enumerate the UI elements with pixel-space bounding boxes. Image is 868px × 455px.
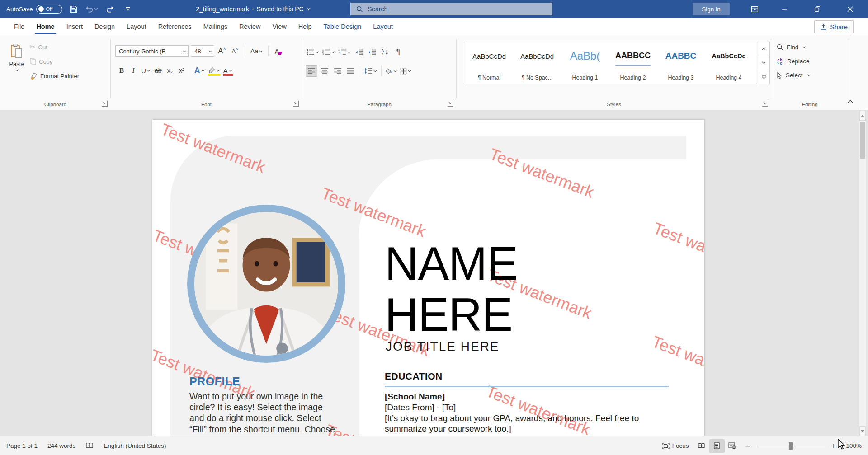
find-button[interactable]: Find	[777, 42, 811, 53]
education-school[interactable]: [School Name]	[385, 392, 445, 402]
numbering-button[interactable]: 123	[321, 46, 336, 58]
tab-references[interactable]: References	[152, 18, 198, 35]
autosave-toggle[interactable]: AutoSave Off	[6, 5, 62, 14]
italic-button[interactable]: I	[128, 65, 139, 76]
zoom-in-button[interactable]: +	[829, 441, 838, 450]
style--normal[interactable]: AaBbCcDd¶ Normal	[466, 45, 512, 82]
tab-design[interactable]: Design	[89, 18, 121, 35]
read-mode-button[interactable]	[694, 439, 709, 453]
styles-scroll-up-button[interactable]	[758, 42, 769, 56]
word-count[interactable]: 244 words	[42, 436, 80, 455]
font-size-combo[interactable]: 48	[191, 45, 214, 57]
share-button[interactable]: Share	[814, 20, 854, 33]
change-case-button[interactable]: Aa	[249, 45, 264, 57]
shading-button[interactable]	[385, 65, 398, 77]
subscript-button[interactable]: x₂	[165, 65, 175, 76]
format-painter-button[interactable]: Format Painter	[30, 70, 79, 81]
save-button[interactable]	[67, 2, 80, 16]
quick-access-toolbar-menu[interactable]	[121, 2, 135, 16]
sort-button[interactable]: A Z	[379, 46, 391, 58]
show-hide-formatting-button[interactable]: ¶	[392, 46, 404, 58]
tab-layout[interactable]: Layout	[121, 18, 152, 35]
align-center-button[interactable]	[319, 65, 330, 77]
document-title[interactable]: 2_tiling_watermark - Saved to this PC	[145, 0, 362, 18]
replace-button[interactable]: b c Replace	[777, 56, 811, 67]
style-heading-2[interactable]: AABBCCHeading 2	[610, 45, 656, 82]
styles-gallery-expand-button[interactable]	[758, 70, 769, 84]
highlight-color-button[interactable]	[207, 65, 221, 76]
tab-help[interactable]: Help	[292, 18, 318, 35]
copy-button[interactable]: Copy	[30, 56, 79, 67]
styles-dialog-launcher[interactable]	[762, 101, 768, 107]
undo-button[interactable]	[85, 2, 99, 16]
sign-in-button[interactable]: Sign in	[693, 3, 730, 15]
shrink-font-button[interactable]: A ˅	[230, 45, 241, 57]
superscript-button[interactable]: x²	[176, 65, 187, 76]
clipboard-dialog-launcher[interactable]	[102, 101, 108, 107]
scrollbar-thumb[interactable]	[860, 122, 865, 159]
style-heading-4[interactable]: AaBbCcDcHeading 4	[706, 45, 752, 82]
page-indicator[interactable]: Page 1 of 1	[0, 436, 42, 455]
proofing-status[interactable]	[80, 436, 99, 455]
restore-button[interactable]	[807, 0, 827, 18]
zoom-slider-track[interactable]	[757, 446, 825, 446]
align-right-button[interactable]	[332, 65, 344, 77]
tab-view[interactable]: View	[267, 18, 292, 35]
redo-button[interactable]	[103, 2, 117, 16]
strikethrough-button[interactable]: ab	[153, 65, 164, 76]
autosave-pill[interactable]: Off	[36, 5, 62, 14]
font-color-button[interactable]: A	[222, 65, 234, 76]
style--no-spac-[interactable]: AaBbCcDd¶ No Spac...	[514, 45, 560, 82]
bullets-button[interactable]	[306, 46, 320, 58]
language-indicator[interactable]: English (United States)	[99, 436, 171, 455]
text-effects-button[interactable]: A	[193, 65, 206, 76]
print-layout-button[interactable]	[709, 439, 725, 453]
cut-button[interactable]: ✂ Cut	[30, 42, 79, 52]
education-dates[interactable]: [Dates From] - [To]	[385, 403, 456, 413]
justify-button[interactable]	[345, 65, 357, 77]
borders-button[interactable]	[399, 65, 412, 77]
profile-heading[interactable]: PROFILE	[189, 375, 240, 388]
ribbon-display-options-button[interactable]	[745, 0, 765, 18]
zoom-out-button[interactable]: –	[744, 441, 752, 450]
tab-insert[interactable]: Insert	[61, 18, 89, 35]
grow-font-button[interactable]: A ˄	[217, 45, 227, 57]
paste-button[interactable]: Paste	[6, 40, 27, 89]
education-heading[interactable]: EDUCATION	[385, 371, 443, 382]
align-left-button[interactable]	[306, 65, 317, 77]
collapse-ribbon-button[interactable]	[845, 97, 855, 105]
font-name-combo[interactable]: Century Gothic (B	[115, 45, 189, 57]
line-spacing-button[interactable]	[363, 65, 378, 77]
vertical-scrollbar[interactable]	[859, 111, 866, 436]
font-dialog-launcher[interactable]	[293, 101, 299, 107]
name-heading[interactable]: NAME HERE	[385, 238, 518, 340]
search-input[interactable]: Search	[350, 3, 552, 15]
scroll-up-button[interactable]	[859, 111, 866, 121]
education-description[interactable]: [It’s okay to brag about your GPA, award…	[385, 413, 639, 434]
paragraph-dialog-launcher[interactable]	[448, 101, 453, 107]
profile-paragraph[interactable]: Want to put your own image in the circle…	[189, 391, 335, 436]
tab-layout[interactable]: Layout	[367, 18, 399, 35]
zoom-slider-thumb[interactable]	[789, 442, 793, 450]
minimize-button[interactable]	[774, 0, 795, 18]
tab-home[interactable]: Home	[30, 18, 60, 35]
multilevel-list-button[interactable]: 1ai	[337, 46, 352, 58]
tab-table-design[interactable]: Table Design	[318, 18, 368, 35]
clear-formatting-button[interactable]: A	[273, 45, 283, 57]
job-title[interactable]: JOB TITLE HERE	[386, 339, 500, 354]
scroll-down-button[interactable]	[859, 426, 866, 436]
style-heading-3[interactable]: AABBCHeading 3	[658, 45, 704, 82]
underline-button[interactable]: U	[140, 65, 152, 76]
select-button[interactable]: Select	[777, 70, 811, 81]
focus-mode-button[interactable]: Focus	[657, 436, 694, 455]
close-button[interactable]	[840, 0, 860, 18]
zoom-percentage[interactable]: 100%	[842, 442, 862, 449]
style-heading-1[interactable]: AaBb(Heading 1	[562, 45, 608, 82]
tab-file[interactable]: File	[8, 18, 30, 35]
document-page[interactable]: Test watermarkTest watermarkTest waterma…	[152, 120, 704, 436]
web-layout-button[interactable]	[725, 439, 740, 453]
decrease-indent-button[interactable]	[353, 46, 365, 58]
bold-button[interactable]: B	[116, 65, 127, 76]
profile-photo[interactable]	[187, 205, 345, 363]
tab-mailings[interactable]: Mailings	[198, 18, 233, 35]
